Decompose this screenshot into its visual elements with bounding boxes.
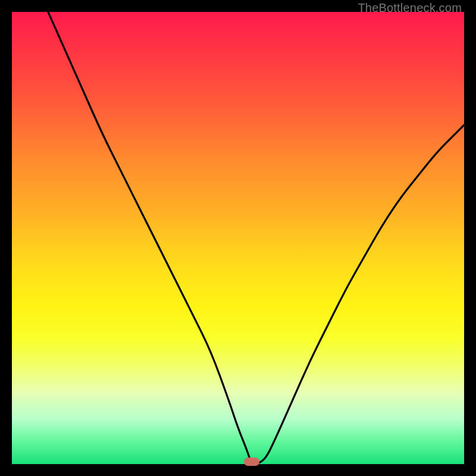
plot-area [12,12,464,464]
minimum-marker [244,458,259,466]
bottleneck-curve-path [48,12,464,464]
chart-frame: TheBottleneck.com [0,0,476,476]
curve-svg [12,12,464,464]
